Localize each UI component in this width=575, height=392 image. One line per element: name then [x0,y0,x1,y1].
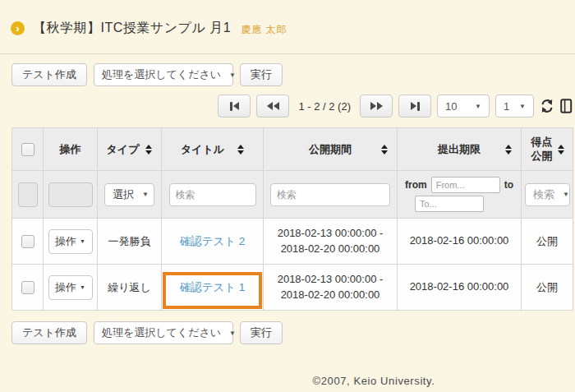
triangle-left-icon [233,102,239,110]
row-score-cell: 公開 [522,219,573,265]
filter-deadline-cell: from to [398,171,522,219]
course-arrow-icon: › [11,21,25,35]
header-divider [0,53,575,54]
row-deadline-cell: 2018-02-16 00:00:00 [398,219,522,265]
filter-action-cell [44,171,98,219]
column-label-period: 公開期間 [309,142,352,157]
double-right-icon2 [377,102,383,110]
action-select-value: 処理を選択してください [102,325,221,340]
sort-icon [505,145,512,154]
test-title-link[interactable]: 確認テスト 2 [180,235,246,247]
prev-page-button[interactable] [256,95,289,118]
row-type-cell: 一発勝負 [98,219,162,265]
action-select-value: 処理を選択してください [102,67,221,82]
row-checkbox[interactable] [21,281,34,294]
sort-icon [381,145,388,154]
type-filter-select[interactable]: 選択 ▼ [104,183,154,206]
row-action-cell: 操作▼ [44,219,98,265]
row-action-button[interactable]: 操作▼ [48,275,93,300]
column-header-period[interactable]: 公開期間 [264,128,398,171]
type-filter-value: 選択 [113,187,134,202]
filter-disabled-box [18,182,38,207]
page-size-value: 10 [445,100,457,113]
sort-icon [237,145,244,154]
create-test-button-bottom[interactable]: テスト作成 [12,321,87,344]
page-number-select[interactable]: 1 ▼ [495,95,534,118]
pagination: 1 - 2 / 2 (2) 10 ▼ 1 ▼ [12,95,573,118]
sort-icon [558,145,564,154]
refresh-button[interactable] [540,99,554,113]
row-select-cell [12,219,44,265]
last-page-icon [417,102,420,111]
last-page-button[interactable] [398,95,431,118]
column-header-type[interactable]: タイプ [98,128,162,171]
user-name: 慶應 太郎 [241,23,287,37]
page-size-select[interactable]: 10 ▼ [437,95,490,118]
create-test-button-top[interactable]: テスト作成 [12,63,87,86]
to-label: to [504,179,513,191]
column-header-score[interactable]: 得点公開 [522,128,573,171]
column-label-score: 得点公開 [531,136,554,164]
filter-row: 選択 ▼ from to 検索 [12,171,573,219]
row-deadline-cell: 2018-02-16 00:00:00 [398,265,522,311]
row-select-cell [12,265,44,311]
double-left-icon [267,102,273,110]
chevron-down-icon: ▼ [80,238,85,244]
column-label-deadline: 提出期限 [438,142,481,157]
double-left-icon2 [274,102,279,110]
page-range-text: 1 - 2 / 2 (2) [298,100,351,113]
chevron-down-icon: ▼ [80,284,85,290]
chevron-down-icon: ▼ [229,330,236,337]
column-header-deadline[interactable]: 提出期限 [398,128,522,171]
chevron-down-icon: ▼ [142,191,149,198]
chevron-down-icon: ▼ [563,191,569,198]
action-select-top[interactable]: 処理を選択してください ▼ [94,63,233,86]
tests-table: 操作 タイプ タイトル 公開期間 提出期限 得点公開 選択 ▼ [12,127,573,311]
toolbar-bottom: テスト作成 処理を選択してください ▼ 実行 [12,321,564,344]
deadline-from-input[interactable] [431,177,500,193]
table-row: 操作▼ 繰り返し 確認テスト 1 2018-02-13 00:00:00 - 2… [12,265,573,311]
title-search-input[interactable] [169,183,256,206]
filter-select-cell [12,171,44,219]
score-filter-value: 検索 [533,187,554,202]
row-action-label: 操作 [55,280,76,295]
period-search-input[interactable] [270,183,390,206]
column-chooser-button[interactable] [560,99,573,113]
select-all-checkbox[interactable] [21,143,34,156]
refresh-icon [540,99,554,113]
execute-button-top[interactable]: 実行 [240,63,283,86]
table-columns-icon [560,99,573,113]
row-score-cell: 公開 [522,265,573,311]
row-type-cell: 繰り返し [98,265,162,311]
row-period-cell: 2018-02-13 00:00:00 - 2018-02-20 00:00:0… [264,219,398,265]
toolbar-top: テスト作成 処理を選択してください ▼ 実行 [12,63,564,86]
execute-button-bottom[interactable]: 実行 [240,321,283,344]
header-select-all-cell [12,128,44,171]
column-label-title: タイトル [181,142,224,157]
next-page-button[interactable] [360,95,393,118]
row-action-label: 操作 [55,234,76,249]
page-number-value: 1 [504,100,509,113]
chevron-down-icon: ▼ [519,103,526,110]
chevron-down-icon: ▼ [229,71,236,79]
filter-disabled-box [48,182,93,207]
chevron-down-icon: ▼ [475,103,481,110]
filter-score-cell: 検索 ▼ [522,171,573,219]
score-filter-select[interactable]: 検索 ▼ [525,183,570,206]
table-row: 操作▼ 一発勝負 確認テスト 2 2018-02-13 00:00:00 - 2… [12,219,573,265]
table-header-row: 操作 タイプ タイトル 公開期間 提出期限 得点公開 [12,128,573,171]
test-title-link[interactable]: 確認テスト 1 [180,281,246,293]
column-label-type: タイプ [107,142,140,157]
row-checkbox[interactable] [21,235,34,248]
row-action-button[interactable]: 操作▼ [48,229,93,254]
column-header-title[interactable]: タイトル [162,128,264,171]
first-page-icon [230,102,232,111]
row-title-cell: 確認テスト 1 [162,265,264,311]
from-label: from [405,179,427,191]
double-right-icon [370,102,376,110]
action-select-bottom[interactable]: 処理を選択してください ▼ [94,321,233,344]
first-page-button[interactable] [218,95,251,118]
row-title-cell: 確認テスト 2 [162,219,264,265]
footer-copyright: ©2007, Keio University. [0,375,575,387]
deadline-to-input[interactable] [415,196,484,212]
